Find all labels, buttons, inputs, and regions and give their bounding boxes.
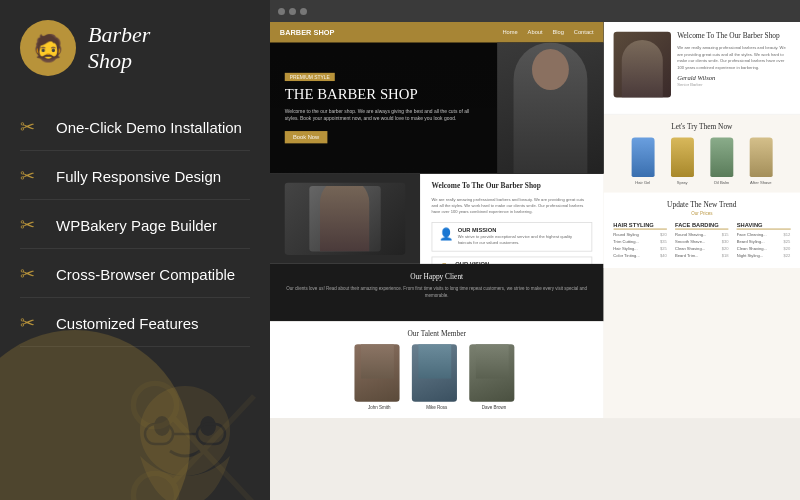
browser-bar [270, 0, 800, 22]
team-name-1: John Smith [355, 405, 404, 410]
hero-content: PREMIUM STYLE THE BARBER SHOP Welcome to… [270, 43, 603, 174]
hero-title: THE BARBER SHOP [285, 86, 482, 104]
products-title: Let's Try Them Now [613, 123, 790, 131]
hero-badge: PREMIUM STYLE [285, 73, 335, 81]
mission-text: We strive to provide exceptional service… [458, 234, 585, 246]
about-right: Welcome To The Our Barber Shop We are re… [420, 174, 603, 264]
price-row-1-3: Hair Styling... $25 [613, 246, 667, 251]
team-name-3: Dave Brown [470, 405, 519, 410]
hero-book-button[interactable]: Book Now [285, 131, 328, 143]
price-col-head-3: SHAVING [737, 222, 791, 229]
about-left-image [270, 174, 420, 264]
price-col-head-2: FACE BARDING [675, 222, 729, 229]
welcome-signature-title: Senior Barber [677, 82, 790, 87]
feature-text-4: Cross-Browser Compatible [56, 266, 235, 283]
logo-area: 🧔 Barber Shop [20, 20, 250, 76]
nav-links: Home About Blog Contact [502, 29, 593, 35]
price-col-3: SHAVING Face Cleaning... $12 Beard Styli… [737, 222, 791, 260]
nav-link-contact[interactable]: Contact [574, 29, 594, 35]
pricing-section: Update The New Trend Our Prices HAIR STY… [603, 193, 800, 268]
price-col-1: HAIR STYLING Round Styling $20 Trim Cutt… [613, 222, 667, 260]
right-website-col: Welcome To The Our Barber Shop We are re… [603, 22, 800, 418]
product-4: After Shave [744, 138, 778, 185]
price-row-2-2: Smooth Shave... $30 [675, 239, 729, 244]
browser-dot-red [278, 8, 285, 15]
product-3: Oil Balm [704, 138, 738, 185]
team-photo-3 [470, 344, 515, 401]
welcome-image [613, 32, 670, 98]
site-navbar: BARBER SHOP Home About Blog Contact [270, 22, 603, 43]
nav-link-blog[interactable]: Blog [552, 29, 563, 35]
welcome-top: Welcome To The Our Barber Shop We are re… [613, 32, 790, 98]
price-row-1-2: Trim Cutting... $35 [613, 239, 667, 244]
welcome-signature: Gerald Wilson [677, 74, 790, 81]
left-website-col: BARBER SHOP Home About Blog Contact PREM… [270, 22, 603, 418]
right-panel: BARBER SHOP Home About Blog Contact PREM… [270, 0, 800, 500]
feature-icon-1: ✂ [20, 116, 44, 138]
pricing-columns: HAIR STYLING Round Styling $20 Trim Cutt… [613, 222, 790, 260]
team-card-2: Mike Ross [412, 344, 461, 410]
product-label-1: Hair Gel [626, 179, 660, 184]
product-1: Hair Gel [626, 138, 660, 185]
mission-text-area: OUR MISSION We strive to provide excepti… [458, 227, 585, 247]
team-name-2: Mike Ross [412, 405, 461, 410]
about-description: We are really amazing professional barbe… [432, 197, 592, 215]
mission-label: OUR MISSION [458, 227, 585, 233]
mission-icon: 👤 [439, 227, 453, 241]
site-hero: BARBER SHOP Home About Blog Contact PREM… [270, 22, 603, 174]
price-row-1-1: Round Styling $20 [613, 232, 667, 237]
nav-link-about[interactable]: About [528, 29, 543, 35]
price-row-2-4: Beard Trim... $18 [675, 253, 729, 258]
team-cards: John Smith Mike Ross [281, 344, 591, 410]
price-row-3-2: Beard Styling... $25 [737, 239, 791, 244]
hero-subtitle: Welcome to the our barber shop. We are a… [285, 108, 482, 123]
pricing-subtitle: Our Prices [613, 211, 790, 216]
logo-icon: 🧔 [20, 20, 76, 76]
product-label-2: Spray [665, 179, 699, 184]
features-list: ✂ One-Click Demo Installation ✂ Fully Re… [20, 104, 250, 347]
website-scaled: BARBER SHOP Home About Blog Contact PREM… [270, 22, 800, 418]
hero-left: PREMIUM STYLE THE BARBER SHOP Welcome to… [270, 43, 497, 174]
product-bottle-4 [749, 138, 772, 177]
product-2: Spray [665, 138, 699, 185]
feature-text-3: WPBakery Page Builder [56, 217, 217, 234]
feature-item-2: ✂ Fully Responsive Design [20, 153, 250, 200]
svg-point-4 [140, 386, 230, 476]
decorative-beard [110, 376, 260, 500]
website-preview: BARBER SHOP Home About Blog Contact PREM… [270, 22, 800, 500]
nav-link-home[interactable]: Home [502, 29, 517, 35]
feature-text-2: Fully Responsive Design [56, 168, 221, 185]
team-photo-1 [355, 344, 400, 401]
price-col-2: FACE BARDING Round Shaving... $15 Smooth… [675, 222, 729, 260]
hero-image [497, 43, 604, 174]
product-bottle-3 [710, 138, 733, 177]
team-card-3: Dave Brown [470, 344, 519, 410]
feature-icon-5: ✂ [20, 312, 44, 334]
welcome-title: Welcome To The Our Barber Shop [677, 32, 790, 40]
nav-logo: BARBER SHOP [280, 28, 335, 36]
product-bottle-2 [671, 138, 694, 177]
mission-card: 👤 OUR MISSION We strive to provide excep… [432, 222, 592, 252]
product-label-3: Oil Balm [704, 179, 738, 184]
price-row-3-1: Face Cleaning... $12 [737, 232, 791, 237]
left-panel: 🧔 Barber Shop ✂ One-Click Demo Installat… [0, 0, 270, 500]
price-row-2-3: Clean Shaving... $20 [675, 246, 729, 251]
about-image [285, 183, 405, 255]
feature-item-3: ✂ WPBakery Page Builder [20, 202, 250, 249]
clients-title: Our Happy Client [281, 272, 591, 280]
pricing-title: Update The New Trend [613, 201, 790, 209]
feature-icon-2: ✂ [20, 165, 44, 187]
feature-icon-4: ✂ [20, 263, 44, 285]
hero-person-silhouette [513, 43, 587, 174]
welcome-text-area: Welcome To The Our Barber Shop We are re… [677, 32, 790, 98]
price-row-1-4: Color Tinting... $40 [613, 253, 667, 258]
logo-text: Barber Shop [88, 22, 150, 75]
site-team: Our Talent Member John Smith [270, 321, 603, 418]
product-bottle-1 [631, 138, 654, 177]
products-section: Let's Try Them Now Hair Gel Spray Oil [603, 115, 800, 193]
welcome-section: Welcome To The Our Barber Shop We are re… [603, 22, 800, 115]
browser-dot-green [300, 8, 307, 15]
site-about: Welcome To The Our Barber Shop We are re… [270, 174, 603, 264]
feature-icon-3: ✂ [20, 214, 44, 236]
clients-text: Our clients love us! Read about their am… [281, 285, 591, 299]
